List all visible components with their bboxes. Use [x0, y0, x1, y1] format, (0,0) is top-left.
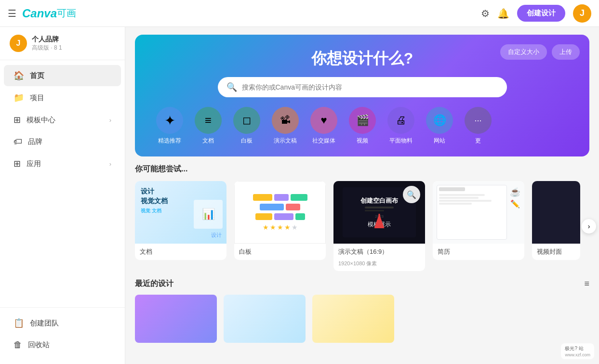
team-icon: 📋 [13, 318, 24, 328]
video-circle: 🎬 [349, 107, 376, 134]
apps-icon: ⊞ [13, 158, 21, 169]
try-card-ppt-label: 演示文稿（16:9） [333, 244, 425, 260]
settings-icon[interactable]: ⚙ [481, 8, 490, 19]
sidebar-user-name: 个人品牌 [32, 35, 62, 44]
category-social[interactable]: ♥ 社交媒体 [305, 107, 343, 145]
wb-star-row: ★ ★ ★ ★ ★ [263, 223, 298, 231]
try-section-title: 你可能想尝试... [135, 164, 589, 174]
search-bar[interactable]: 🔍 [218, 77, 507, 97]
category-video[interactable]: 🎬 视频 [343, 107, 382, 145]
try-card-video-img [532, 181, 580, 244]
resume-icons: ☕ ✏️ [510, 185, 520, 240]
try-card-resume[interactable]: ☕ ✏️ 简历 [433, 181, 524, 260]
top-nav: ☰ Canva 可画 ⚙ 🔔 创建设计 J [0, 0, 599, 27]
watermark-url: www.xzf.com [565, 352, 590, 357]
recent-card-3[interactable] [312, 295, 394, 343]
sidebar-label-apps: 应用 [27, 159, 41, 169]
list-view-icon[interactable]: ≡ [584, 279, 589, 289]
sidebar-label-templates: 模板中心 [27, 116, 55, 125]
notification-icon[interactable]: 🔔 [497, 8, 509, 19]
featured-circle: ✦ [156, 107, 183, 134]
hero-actions: 自定义大小 上传 [500, 44, 580, 60]
home-icon: 🏠 [13, 70, 24, 81]
watermark: 极光? 站 www.xzf.com [561, 343, 594, 359]
main-layout: J 个人品牌 高级版 · 8 1 🏠 首页 📁 项目 [0, 27, 599, 364]
ppt-search-icon[interactable]: 🔍 [403, 186, 420, 203]
category-more[interactable]: ··· 更 [459, 107, 497, 145]
category-doc-label: 文档 [202, 137, 214, 145]
sidebar-item-brand[interactable]: 🏷 品牌 [4, 131, 121, 152]
category-print-label: 平面物料 [389, 137, 413, 145]
try-card-whiteboard-label: 白板 [234, 244, 326, 260]
template-icon: ⊞ [13, 115, 21, 125]
category-print[interactable]: 🖨 平面物料 [382, 107, 420, 145]
create-design-button[interactable]: 创建设计 [517, 5, 565, 22]
trash-icon: 🗑 [13, 340, 22, 350]
sidebar-bottom: 📋 创建团队 🗑 回收站 [0, 307, 125, 364]
logo-cn: 可画 [57, 7, 76, 20]
sidebar-item-templates[interactable]: ⊞ 模板中心 › [4, 109, 121, 130]
sidebar-user-plan: 高级版 · 8 1 [32, 44, 62, 52]
sidebar-item-home[interactable]: 🏠 首页 [4, 65, 121, 86]
wb-row1 [253, 194, 307, 201]
site-circle: 🌐 [426, 107, 453, 134]
try-card-whiteboard-img: ★ ★ ★ ★ ★ [234, 181, 326, 244]
sidebar-item-create-team[interactable]: 📋 创建团队 [4, 312, 121, 334]
category-featured[interactable]: ✦ 精选推荐 [150, 107, 189, 145]
try-card-doc[interactable]: 设计视觉文档视觉 文档 设计 📊 文档 [135, 181, 226, 260]
cards-next-arrow[interactable]: › [582, 219, 596, 234]
custom-size-button[interactable]: 自定义大小 [500, 44, 547, 60]
content-area: 自定义大小 上传 你想设计什么? 🔍 ✦ 精选推荐 ≡ 文档 ◻ [125, 27, 599, 364]
ppt-hover-overlay: 🔍 创建空白画布 模板展示 [333, 181, 425, 244]
top-nav-right: ⚙ 🔔 创建设计 J [481, 4, 591, 23]
try-card-doc-label: 文档 [135, 244, 226, 260]
try-card-resume-label: 简历 [433, 244, 524, 260]
sidebar-item-projects[interactable]: 📁 项目 [4, 87, 121, 108]
hamburger-icon[interactable]: ☰ [8, 8, 16, 19]
sidebar-item-trash[interactable]: 🗑 回收站 [4, 335, 121, 355]
try-card-video[interactable]: 视频封面 [532, 181, 580, 260]
category-site-label: 网站 [434, 137, 445, 145]
wb-row2 [260, 204, 300, 210]
upload-button[interactable]: 上传 [552, 44, 580, 60]
recent-section-header: 最近的设计 ≡ [125, 271, 599, 289]
sidebar-user-avatar: J [10, 35, 27, 52]
sidebar-label-trash: 回收站 [28, 340, 50, 350]
category-featured-label: 精选推荐 [158, 137, 181, 145]
recent-card-2[interactable] [224, 295, 306, 343]
recent-title: 最近的设计 [135, 279, 173, 289]
try-card-ppt[interactable]: 2023 🔍 创建空白画布 [333, 181, 425, 271]
ppt-circle: 📽 [272, 107, 299, 134]
sidebar-item-apps[interactable]: ⊞ 应用 › [4, 153, 121, 174]
category-site[interactable]: 🌐 网站 [420, 107, 459, 145]
try-card-whiteboard[interactable]: ★ ★ ★ ★ ★ 白板 [234, 181, 326, 260]
category-ppt-label: 演示文稿 [274, 137, 297, 145]
hero-banner: 自定义大小 上传 你想设计什么? 🔍 ✦ 精选推荐 ≡ 文档 ◻ [135, 35, 589, 156]
try-card-ppt-sub: 1920×1080 像素 [333, 260, 425, 271]
doc-circle: ≡ [195, 107, 222, 134]
doc-design-text: 设计视觉文档视觉 文档 [141, 187, 168, 215]
category-ppt[interactable]: 📽 演示文稿 [266, 107, 305, 145]
sidebar-label-projects: 项目 [30, 93, 44, 103]
category-video-label: 视频 [357, 137, 368, 145]
category-more-label: 更 [475, 137, 481, 145]
sidebar-user-info: 个人品牌 高级版 · 8 1 [32, 35, 62, 52]
search-input[interactable] [242, 83, 498, 91]
watermark-text: 极光? 站 [565, 346, 583, 351]
recent-card-1[interactable] [135, 295, 217, 343]
category-whiteboard-label: 白板 [241, 137, 253, 145]
try-card-doc-img: 设计视觉文档视觉 文档 设计 📊 [135, 181, 226, 244]
sidebar-label-brand: 品牌 [28, 137, 42, 146]
try-cards: 设计视觉文档视觉 文档 设计 📊 文档 [135, 181, 589, 271]
user-avatar-top[interactable]: J [573, 4, 591, 23]
category-doc[interactable]: ≡ 文档 [189, 107, 227, 145]
sidebar-user[interactable]: J 个人品牌 高级版 · 8 1 [0, 27, 125, 60]
try-card-resume-img: ☕ ✏️ [433, 181, 524, 244]
category-row: ✦ 精选推荐 ≡ 文档 ◻ 白板 📽 演示文稿 ♥ 社交媒体 [148, 107, 576, 149]
ppt-create-text: 创建空白画布 [360, 196, 398, 205]
category-whiteboard[interactable]: ◻ 白板 [227, 107, 266, 145]
resume-page [437, 185, 507, 240]
sidebar-label-home: 首页 [30, 71, 44, 80]
logo-text: Canva [22, 7, 57, 20]
sidebar-nav: 🏠 首页 📁 项目 ⊞ 模板中心 › 🏷 品牌 [0, 60, 125, 307]
